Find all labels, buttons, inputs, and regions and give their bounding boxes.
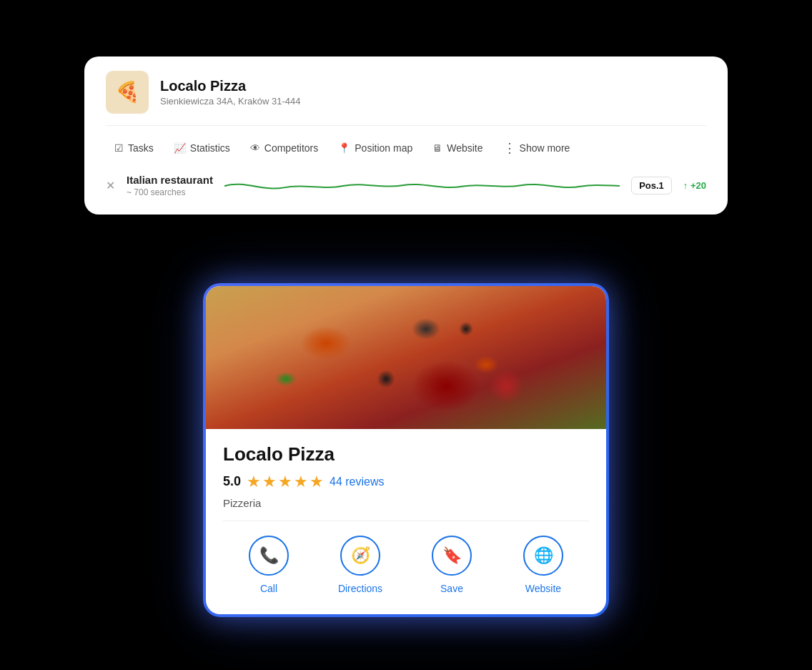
directions-icon: 🧭 [351,546,370,565]
business-info: Localo Pizza Sienkiewicza 34A, Kraków 31… [160,78,301,107]
more-dots-icon: ⋮ [503,140,517,156]
listing-image [206,286,606,429]
star-4: ★ [294,473,308,491]
call-circle: 📞 [249,536,289,576]
star-3: ★ [278,473,292,491]
directions-circle: 🧭 [340,536,380,576]
save-button[interactable]: 🔖 Save [427,536,477,594]
website-action-icon: 🌐 [534,546,553,565]
keyword-row: ✕ Italian restaurant ~ 700 searches Pos.… [106,172,706,200]
dashboard-card: 🍕 Localo Pizza Sienkiewicza 34A, Kraków … [84,56,728,215]
nav-position-map-label: Position map [355,142,412,154]
position-map-icon: 📍 [338,142,350,154]
nav-competitors[interactable]: 👁 Competitors [242,138,327,158]
pizza-photo [206,286,606,429]
website-circle: 🌐 [523,536,563,576]
position-badge: Pos.1 [631,177,672,194]
nav-website[interactable]: 🖥 Website [424,138,491,158]
nav-statistics[interactable]: 📈 Statistics [165,138,239,158]
nav-statistics-label: Statistics [190,142,230,154]
save-circle: 🔖 [432,536,472,576]
nav-tasks-label: Tasks [128,142,154,154]
logo-emoji: 🍕 [115,80,140,104]
call-button[interactable]: 📞 Call [244,536,294,594]
website-action-label: Website [525,583,561,594]
listing-wrapper: Localo Pizza 5.0 ★ ★ ★ ★ ★ 44 reviews Pi… [206,286,606,614]
nav-tasks[interactable]: ☑ Tasks [106,138,162,158]
business-header: 🍕 Localo Pizza Sienkiewicza 34A, Kraków … [106,71,706,114]
directions-label: Directions [338,583,382,594]
action-buttons: 📞 Call 🧭 Directions 🔖 Sa [223,536,589,600]
position-change: ↑ +20 [683,180,706,191]
business-address: Sienkiewicza 34A, Kraków 31-444 [160,96,301,107]
rating-number: 5.0 [223,474,241,489]
save-label: Save [440,583,463,594]
star-5: ★ [310,473,324,491]
tasks-icon: ☑ [114,142,124,154]
listing-content: Localo Pizza 5.0 ★ ★ ★ ★ ★ 44 reviews Pi… [206,429,606,614]
business-logo: 🍕 [106,71,149,114]
website-action-button[interactable]: 🌐 Website [518,536,568,594]
call-icon: 📞 [259,546,279,565]
nav-competitors-label: Competitors [264,142,318,154]
show-more-label: Show more [520,142,570,154]
show-more-button[interactable]: ⋮ Show more [495,136,579,160]
nav-bar: ☑ Tasks 📈 Statistics 👁 Competitors 📍 Pos… [106,125,706,160]
star-rating: ★ ★ ★ ★ ★ [247,473,324,491]
call-label: Call [260,583,277,594]
rating-row: 5.0 ★ ★ ★ ★ ★ 44 reviews [223,473,589,491]
listing-category: Pizzeria [223,497,589,509]
keyword-close-button[interactable]: ✕ [106,179,115,192]
listing-card: Localo Pizza 5.0 ★ ★ ★ ★ ★ 44 reviews Pi… [206,286,606,614]
keyword-name: Italian restaurant [127,174,213,186]
divider [223,521,589,521]
nav-position-map[interactable]: 📍 Position map [330,138,421,158]
nav-website-label: Website [447,142,482,154]
website-icon: 🖥 [432,142,442,154]
reviews-link[interactable]: 44 reviews [330,476,384,488]
directions-button[interactable]: 🧭 Directions [335,536,385,594]
business-name: Localo Pizza [160,78,301,94]
statistics-icon: 📈 [174,142,186,154]
keyword-info: Italian restaurant ~ 700 searches [127,174,213,197]
competitors-icon: 👁 [250,142,260,154]
keyword-chart [224,172,620,200]
star-2: ★ [262,473,277,491]
keyword-searches: ~ 700 searches [127,187,213,197]
star-1: ★ [247,473,261,491]
save-icon: 🔖 [442,546,462,565]
listing-name: Localo Pizza [223,443,589,465]
